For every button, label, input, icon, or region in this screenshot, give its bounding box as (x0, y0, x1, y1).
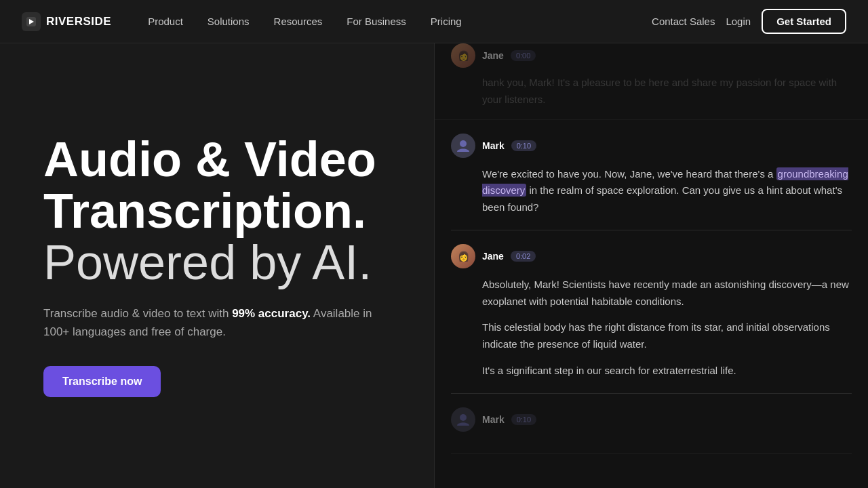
message-jane-1: 👩 Jane 0:02 Absolutely, Mark! Scientists… (451, 230, 852, 394)
nav-link-resources[interactable]: Resources (264, 10, 332, 33)
jane-1-avatar-inner: 👩 (451, 244, 475, 268)
nav-link-product[interactable]: Product (138, 10, 193, 33)
mark-1-paragraph-1: We're excited to have you. Now, Jane, we… (482, 166, 852, 216)
logo-text: RIVERSIDE (46, 15, 111, 28)
avatar-mark-1 (451, 134, 475, 158)
avatar-jane-1: 👩 (451, 244, 475, 268)
hero-subtitle-part1: Transcribe audio & video to text with (43, 307, 232, 320)
mark-1-header: Mark 0:10 (451, 134, 852, 158)
jane-1-paragraph-2: This celestial body has the right distan… (482, 319, 852, 353)
nav-links: Product Solutions Resources For Business… (138, 10, 652, 33)
logo-icon (22, 12, 41, 31)
transcript-panel: 👩 Jane 0:00 hank you, Mark! It's a pleas… (434, 43, 868, 488)
hero-panel: Audio & Video Transcription. Powered by … (0, 43, 434, 488)
transcript-messages: Mark 0:10 We're excited to have you. Now… (435, 120, 868, 454)
jane-1-timestamp: 0:02 (511, 251, 536, 262)
nav-link-solutions[interactable]: Solutions (198, 10, 259, 33)
svg-point-3 (460, 414, 467, 421)
hero-subtitle: Transcribe audio & video to text with 99… (43, 304, 393, 341)
hero-title-line2: Transcription. (43, 184, 366, 238)
avatar-mark-2 (451, 407, 475, 432)
transcribe-now-button[interactable]: Transcribe now (43, 366, 161, 397)
timestamp-badge: 0:00 (511, 50, 536, 61)
hero-title: Audio & Video Transcription. Powered by … (43, 134, 393, 288)
mark-2-name: Mark (482, 414, 505, 425)
partial-message-text: hank you, Mark! It's a pleasure to be he… (451, 75, 852, 108)
svg-point-2 (460, 140, 467, 147)
mark-2-header: Mark 0:10 (451, 407, 852, 432)
hero-subtitle-accent: 99% accuracy. (232, 307, 311, 320)
message-header: 👩 Jane 0:00 (451, 43, 852, 68)
jane-avatar-inner: 👩 (451, 43, 475, 68)
main-content: Audio & Video Transcription. Powered by … (0, 43, 868, 488)
hero-title-line1: Audio & Video (43, 132, 376, 186)
mark-1-timestamp: 0:10 (511, 140, 536, 151)
contact-sales-link[interactable]: Contact Sales (652, 16, 715, 27)
mark-1-text: We're excited to have you. Now, Jane, we… (451, 166, 852, 216)
nav-right: Contact Sales Login Get Started (652, 9, 846, 34)
login-link[interactable]: Login (726, 16, 751, 27)
navigation: RIVERSIDE Product Solutions Resources Fo… (0, 0, 868, 43)
nav-link-pricing[interactable]: Pricing (421, 10, 471, 33)
partial-message-top: 👩 Jane 0:00 hank you, Mark! It's a pleas… (435, 43, 868, 120)
logo[interactable]: RIVERSIDE (22, 12, 111, 31)
get-started-button[interactable]: Get Started (762, 9, 846, 34)
avatar-jane-partial: 👩 (451, 43, 475, 68)
jane-1-paragraph-3: It's a significant step in our search fo… (482, 363, 852, 380)
partial-text-content: hank you, Mark! It's a pleasure to be he… (482, 75, 852, 108)
message-mark-1: Mark 0:10 We're excited to have you. Now… (451, 120, 852, 230)
nav-link-for-business[interactable]: For Business (337, 10, 416, 33)
jane-1-text: Absolutely, Mark! Scientists have recent… (451, 277, 852, 380)
jane-1-header: 👩 Jane 0:02 (451, 244, 852, 268)
mark-1-name: Mark (482, 140, 505, 151)
mark-2-timestamp: 0:10 (511, 414, 536, 425)
highlight-groundbreaking-discovery: groundbreaking discovery (482, 167, 848, 197)
message-mark-2: Mark 0:10 (451, 394, 852, 454)
hero-title-line3: Powered by AI. (43, 235, 372, 289)
jane-1-paragraph-1: Absolutely, Mark! Scientists have recent… (482, 277, 852, 310)
jane-1-name: Jane (482, 251, 504, 262)
speaker-name: Jane (482, 50, 504, 61)
